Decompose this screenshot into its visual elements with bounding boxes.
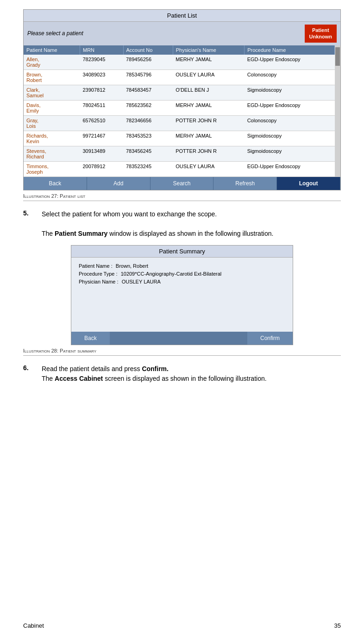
col-physician: Physician's Name (173, 45, 244, 55)
step-5-row: 5. Select the patient for whom you want … (23, 209, 341, 239)
caption-27: Illustration 27: Patient list (23, 193, 341, 201)
summary-field-physician-name: Physician Name : OUSLEY LAURA (79, 279, 285, 284)
procedure-cell: EGD-Upper Endoscopy (245, 100, 335, 115)
step-6-text3: screen is displayed as shown in the foll… (103, 375, 266, 382)
procedure-cell: Sigmoidoscopy (245, 131, 335, 146)
account-cell: 785345796 (123, 69, 173, 85)
patient-name-cell: Gray,Lois (24, 115, 80, 131)
account-cell: 783523245 (123, 161, 173, 177)
table-wrapper: Patient Name MRN Account No Physician's … (24, 45, 340, 177)
table-scroll-area: Patient Name MRN Account No Physician's … (24, 45, 335, 177)
logout-button[interactable]: Logout (277, 177, 340, 190)
bottom-button-bar: Back Add Search Refresh Logout (24, 177, 340, 190)
procedure-cell: Colonoscopy (245, 69, 335, 85)
table-row[interactable]: Stevens,Richard30913489783456245POTTER J… (24, 146, 335, 161)
refresh-button[interactable]: Refresh (213, 177, 277, 190)
patient-list-title: Patient List (24, 10, 340, 22)
account-cell: 785623562 (123, 100, 173, 115)
back-button[interactable]: Back (24, 177, 87, 190)
physician-cell: POTTER JOHN R (173, 115, 244, 131)
patient-name-cell: Davis,Emily (24, 100, 80, 115)
patient-name-cell: Timmons,Joseph (24, 161, 80, 177)
scrollbar[interactable] (335, 45, 340, 177)
physician-cell: OUSLEY LAURA (173, 161, 244, 177)
step-5-bold: Patient Summary (55, 230, 107, 237)
caption-28: Illustration 28: Patient summary (23, 348, 341, 356)
patient-table: Patient Name MRN Account No Physician's … (24, 45, 335, 177)
patient-name-cell: Brown,Robert (24, 69, 80, 85)
patient-name-cell: Richards,Kevin (24, 131, 80, 146)
table-header: Patient Name MRN Account No Physician's … (24, 45, 335, 55)
mrn-cell: 30913489 (80, 146, 123, 161)
account-cell: 783453523 (123, 131, 173, 146)
step-6-row: 6. Read the patient details and press Co… (23, 364, 341, 384)
table-row[interactable]: Timmons,Joseph20078912783523245OUSLEY LA… (24, 161, 335, 177)
step-6-content: Read the patient details and press Confi… (42, 364, 267, 384)
physician-cell: O'DELL BEN J (173, 85, 244, 100)
step-6-bold: Confirm. (142, 365, 169, 372)
physician-cell: MERHY JAMAL (173, 100, 244, 115)
summary-title: Patient Summary (71, 246, 293, 258)
patient-name-label: Patient Name : (79, 263, 113, 269)
patient-table-body: Allen,Grady78239045789456256MERHY JAMALE… (24, 55, 335, 177)
mrn-cell: 78024511 (80, 100, 123, 115)
caption-27-label: Illustration 27: Patient list (23, 193, 85, 199)
step-6-text: Read the patient details and press (42, 365, 142, 372)
step-5-text2: The (42, 230, 55, 237)
summary-button-bar: Back Confirm (71, 332, 293, 345)
table-row[interactable]: Allen,Grady78239045789456256MERHY JAMALE… (24, 55, 335, 70)
col-procedure: Procedure Name (245, 45, 335, 55)
table-row[interactable]: Clark,Samuel23907812784583457O'DELL BEN … (24, 85, 335, 100)
patient-name-cell: Stevens,Richard (24, 146, 80, 161)
physician-cell: OUSLEY LAURA (173, 69, 244, 85)
add-button[interactable]: Add (87, 177, 151, 190)
step-6-number: 6. (23, 364, 42, 384)
step-6-text2: The (42, 375, 55, 382)
col-mrn: MRN (80, 45, 123, 55)
scrollbar-thumb[interactable] (335, 47, 340, 66)
mrn-cell: 78239045 (80, 55, 123, 70)
mrn-cell: 99721467 (80, 131, 123, 146)
caption-28-label: Illustration 28: Patient summary (23, 348, 96, 353)
physician-cell: MERHY JAMAL (173, 131, 244, 146)
account-cell: 784583457 (123, 85, 173, 100)
step-5-number: 5. (23, 209, 42, 239)
table-row[interactable]: Richards,Kevin99721467783453523MERHY JAM… (24, 131, 335, 146)
mrn-cell: 34089023 (80, 69, 123, 85)
account-cell: 789456256 (123, 55, 173, 70)
summary-back-button[interactable]: Back (71, 332, 110, 345)
procedure-cell: EGD-Upper Endoscopy (245, 55, 335, 70)
step-5-text: Select the patient for whom you want to … (42, 210, 217, 218)
summary-body: Patient Name : Brown, Robert Procedure T… (71, 258, 293, 332)
mrn-cell: 65762510 (80, 115, 123, 131)
col-patient-name: Patient Name (24, 45, 80, 55)
patient-name-value: Brown, Robert (116, 263, 148, 269)
physician-cell: MERHY JAMAL (173, 55, 244, 70)
footer-left: Cabinet (23, 622, 44, 629)
step-5-text3: window is displayed as shown in the foll… (109, 230, 273, 237)
table-row[interactable]: Gray,Lois65762510782346656POTTER JOHN RC… (24, 115, 335, 131)
table-row[interactable]: Brown,Robert34089023785345796OUSLEY LAUR… (24, 69, 335, 85)
patient-name-cell: Clark,Samuel (24, 85, 80, 100)
physician-name-value: OUSLEY LAURA (122, 279, 161, 284)
search-button[interactable]: Search (151, 177, 214, 190)
account-cell: 783456245 (123, 146, 173, 161)
footer: Cabinet 35 (23, 608, 341, 629)
procedure-type-value: 10209*CC-Angiography-Carotid Ext-Bilater… (121, 271, 222, 277)
mrn-cell: 20078912 (80, 161, 123, 177)
account-cell: 782346656 (123, 115, 173, 131)
mrn-cell: 23907812 (80, 85, 123, 100)
table-row[interactable]: Davis,Emily78024511785623562MERHY JAMALE… (24, 100, 335, 115)
physician-cell: POTTER JOHN R (173, 146, 244, 161)
summary-confirm-button[interactable]: Confirm (247, 332, 293, 345)
summary-field-patient-name: Patient Name : Brown, Robert (79, 263, 285, 269)
procedure-cell: Sigmoidoscopy (245, 146, 335, 161)
col-account: Account No (123, 45, 173, 55)
please-select-label: Please select a patient (27, 30, 83, 37)
summary-field-procedure-type: Procedure Type : 10209*CC-Angiography-Ca… (79, 271, 285, 277)
footer-right: 35 (334, 622, 341, 629)
patient-unknown-button[interactable]: PatientUnknown (305, 25, 337, 43)
procedure-cell: Colonoscopy (245, 115, 335, 131)
patient-list-header: Please select a patient PatientUnknown (24, 22, 340, 45)
patient-summary-screenshot: Patient Summary Patient Name : Brown, Ro… (71, 245, 293, 345)
